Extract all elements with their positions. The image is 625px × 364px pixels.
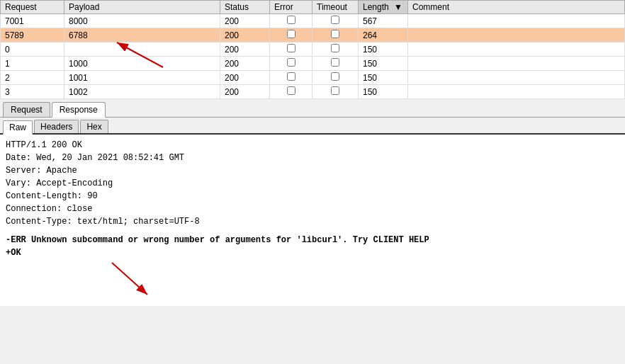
col-error[interactable]: Error (270, 1, 312, 14)
length-cell: 150 (359, 71, 408, 85)
table-row[interactable]: 21001200150 (1, 71, 625, 85)
col-status[interactable]: Status (220, 1, 270, 14)
sub-tab-headers[interactable]: Headers (34, 120, 79, 133)
response-line: -ERR Unknown subcommand or wrong number … (6, 234, 619, 246)
bottom-arrow-area (6, 259, 619, 302)
status-cell: 200 (220, 42, 270, 57)
length-cell: 264 (359, 28, 408, 42)
results-table: Request Payload Status Error Timeout Len… (0, 0, 625, 99)
app-container: Request Payload Status Error Timeout Len… (0, 0, 625, 306)
response-line: Content-Type: text/html; charset=UTF-8 (6, 215, 619, 228)
length-cell: 150 (359, 42, 408, 57)
svg-line-3 (112, 263, 147, 295)
tab-request[interactable]: Request (3, 102, 50, 117)
timeout-checkbox[interactable] (331, 16, 339, 24)
status-cell: 200 (220, 57, 270, 71)
payload-cell: 6788 (64, 28, 220, 42)
request-cell: 7001 (1, 14, 64, 28)
main-tabs-bar: Request Response (0, 99, 625, 118)
timeout-checkbox[interactable] (331, 86, 339, 95)
table-row[interactable]: 57896788200264 (1, 28, 625, 42)
col-timeout[interactable]: Timeout (312, 1, 359, 14)
payload-cell: 8000 (64, 14, 220, 28)
table-header-row: Request Payload Status Error Timeout Len… (1, 1, 625, 14)
payload-cell: 1000 (64, 57, 220, 71)
response-line: Connection: close (6, 203, 619, 215)
timeout-checkbox[interactable] (331, 72, 339, 81)
comment-cell (408, 14, 625, 28)
response-line (6, 228, 619, 234)
request-cell: 5789 (1, 28, 64, 42)
status-cell: 200 (220, 14, 270, 28)
col-payload[interactable]: Payload (64, 1, 220, 14)
length-cell: 150 (359, 57, 408, 71)
request-cell: 0 (1, 42, 64, 57)
col-comment[interactable]: Comment (408, 1, 625, 14)
timeout-checkbox[interactable] (331, 30, 339, 38)
comment-cell (408, 85, 625, 99)
response-line: +OK (6, 246, 619, 259)
arrow-overlay-bottom (6, 259, 218, 302)
error-checkbox[interactable] (287, 16, 295, 24)
status-cell: 200 (220, 85, 270, 99)
sub-tabs-bar: Raw Headers Hex (0, 118, 625, 135)
payload-cell: 1002 (64, 85, 220, 99)
response-area: HTTP/1.1 200 OKDate: Wed, 20 Jan 2021 08… (6, 139, 619, 259)
comment-cell (408, 71, 625, 85)
length-cell: 150 (359, 85, 408, 99)
error-checkbox[interactable] (287, 30, 295, 38)
request-cell: 1 (1, 57, 64, 71)
length-cell: 567 (359, 14, 408, 28)
table-row[interactable]: 11000200150 (1, 57, 625, 71)
results-table-wrapper: Request Payload Status Error Timeout Len… (0, 0, 625, 99)
status-cell: 200 (220, 28, 270, 42)
col-request[interactable]: Request (1, 1, 64, 14)
request-cell: 2 (1, 71, 64, 85)
response-line: HTTP/1.1 200 OK (6, 139, 619, 152)
error-checkbox[interactable] (287, 58, 295, 67)
payload-cell: 1001 (64, 71, 220, 85)
response-line: Server: Apache (6, 164, 619, 177)
timeout-checkbox[interactable] (331, 44, 339, 52)
error-checkbox[interactable] (287, 86, 295, 95)
comment-cell (408, 57, 625, 71)
timeout-checkbox[interactable] (331, 58, 339, 67)
sub-tab-hex[interactable]: Hex (80, 120, 108, 133)
response-content: HTTP/1.1 200 OKDate: Wed, 20 Jan 2021 08… (0, 135, 625, 306)
comment-cell (408, 42, 625, 57)
error-checkbox[interactable] (287, 72, 295, 81)
response-line: Vary: Accept-Encoding (6, 177, 619, 190)
error-checkbox[interactable] (287, 44, 295, 52)
comment-cell (408, 28, 625, 42)
response-line: Date: Wed, 20 Jan 2021 08:52:41 GMT (6, 152, 619, 164)
table-row[interactable]: 70018000200567 (1, 14, 625, 28)
sub-tab-raw[interactable]: Raw (3, 120, 33, 135)
request-cell: 3 (1, 85, 64, 99)
response-line: Content-Length: 90 (6, 190, 619, 203)
sort-icon: ▼ (394, 2, 402, 12)
status-cell: 200 (220, 71, 270, 85)
col-length[interactable]: Length ▼ (359, 1, 408, 14)
payload-cell (64, 42, 220, 57)
table-row[interactable]: 31002200150 (1, 85, 625, 99)
tab-response[interactable]: Response (52, 102, 106, 118)
table-row[interactable]: 0200150 (1, 42, 625, 57)
